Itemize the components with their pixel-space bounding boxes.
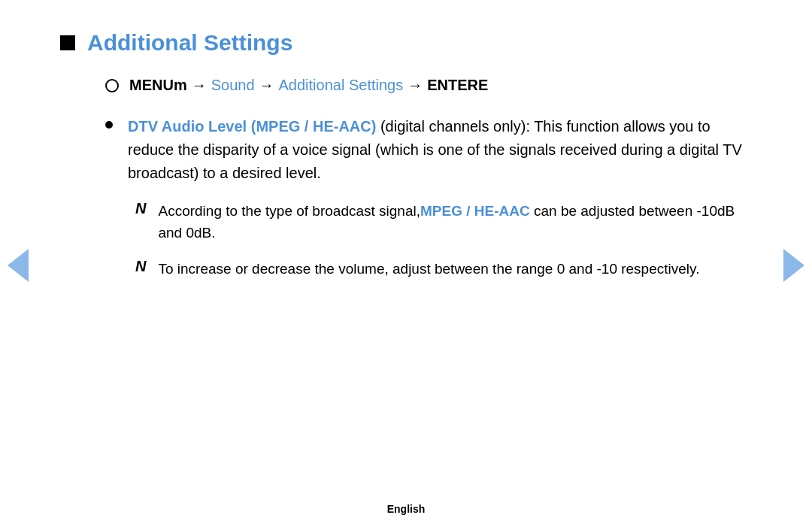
notes-section: N According to the type of broadcast sig… <box>135 200 752 280</box>
menu-enter: ENTERE <box>427 77 488 94</box>
footer-language: English <box>387 503 426 515</box>
next-page-button[interactable] <box>783 249 804 282</box>
note-1-highlight: MPEG / HE-AAC <box>420 203 530 219</box>
page-title: Additional Settings <box>87 30 292 56</box>
prev-page-button[interactable] <box>8 249 29 282</box>
section-title: Additional Settings <box>60 30 752 56</box>
menu-arrow-2: → <box>259 77 274 94</box>
bullet-content: DTV Audio Level (MPEG / HE-AAC) (digital… <box>128 115 752 185</box>
menu-circle-icon <box>105 79 119 92</box>
title-square-icon <box>60 35 75 50</box>
note-label-2: N <box>135 258 146 275</box>
page-container: Additional Settings MENUm → Sound → Addi… <box>0 0 812 530</box>
bullet-item: DTV Audio Level (MPEG / HE-AAC) (digital… <box>105 115 752 185</box>
bullet-dot-icon <box>105 121 113 129</box>
note-item-2: N To increase or decrease the volume, ad… <box>135 258 752 280</box>
note-content-2: To increase or decrease the volume, adju… <box>158 258 699 280</box>
note-content-1: According to the type of broadcast signa… <box>158 200 752 244</box>
menu-arrow-1: → <box>192 77 207 94</box>
menu-sound: Sound <box>211 77 255 94</box>
note-item-1: N According to the type of broadcast sig… <box>135 200 752 244</box>
bullet-section: DTV Audio Level (MPEG / HE-AAC) (digital… <box>105 115 752 185</box>
menu-label: MENUm <box>129 77 187 94</box>
note-label-1: N <box>135 200 146 217</box>
menu-additional-settings: Additional Settings <box>279 77 404 94</box>
menu-arrow-3: → <box>408 77 423 94</box>
menu-path: MENUm → Sound → Additional Settings → EN… <box>105 77 752 94</box>
dtv-audio-level-label: DTV Audio Level (MPEG / HE-AAC) <box>128 118 376 135</box>
note-1-text-before: According to the type of broadcast signa… <box>158 203 420 219</box>
